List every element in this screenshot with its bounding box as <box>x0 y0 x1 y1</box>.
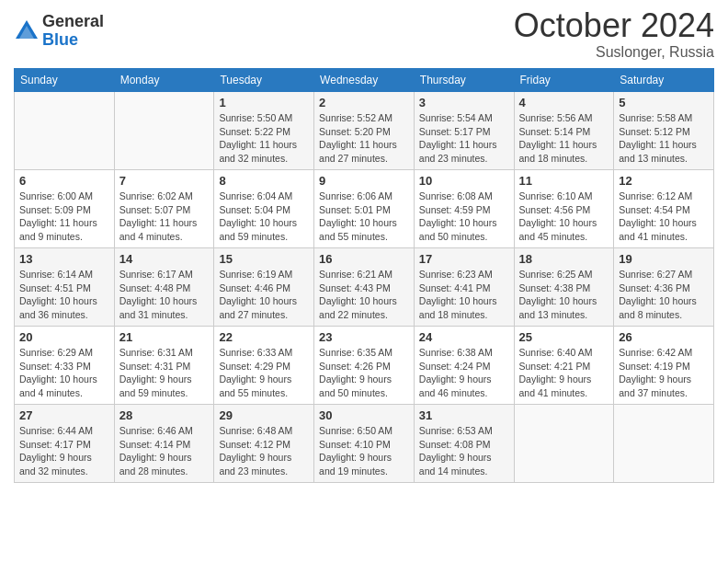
day-number: 26 <box>619 330 709 344</box>
calendar-cell: 10Sunrise: 6:08 AM Sunset: 4:59 PM Dayli… <box>414 170 514 248</box>
calendar-header-row: SundayMondayTuesdayWednesdayThursdayFrid… <box>15 69 714 92</box>
calendar-cell: 27Sunrise: 6:44 AM Sunset: 4:17 PM Dayli… <box>15 405 115 483</box>
header-wednesday: Wednesday <box>314 69 415 92</box>
calendar-cell: 22Sunrise: 6:33 AM Sunset: 4:29 PM Dayli… <box>214 327 314 405</box>
calendar-cell: 11Sunrise: 6:10 AM Sunset: 4:56 PM Dayli… <box>514 170 614 248</box>
day-number: 19 <box>619 252 709 266</box>
calendar-cell: 5Sunrise: 5:58 AM Sunset: 5:12 PM Daylig… <box>614 92 714 170</box>
day-number: 22 <box>219 330 309 344</box>
day-number: 9 <box>319 174 409 188</box>
day-number: 29 <box>219 408 309 422</box>
calendar-cell <box>614 405 714 483</box>
calendar-cell <box>15 92 115 170</box>
day-number: 1 <box>219 96 309 109</box>
location-subtitle: Suslonger, Russia <box>514 44 714 61</box>
calendar-cell: 21Sunrise: 6:31 AM Sunset: 4:31 PM Dayli… <box>114 327 214 405</box>
calendar-cell: 15Sunrise: 6:19 AM Sunset: 4:46 PM Dayli… <box>214 248 314 327</box>
day-number: 16 <box>319 252 409 266</box>
day-number: 21 <box>119 330 210 344</box>
calendar-cell: 12Sunrise: 6:12 AM Sunset: 4:54 PM Dayli… <box>614 170 714 248</box>
header-tuesday: Tuesday <box>214 69 314 92</box>
day-info: Sunrise: 6:42 AM Sunset: 4:19 PM Dayligh… <box>619 346 709 400</box>
day-number: 8 <box>219 174 309 188</box>
day-number: 24 <box>419 330 509 344</box>
calendar-cell <box>514 405 614 483</box>
month-title: October 2024 <box>514 9 714 42</box>
day-info: Sunrise: 6:33 AM Sunset: 4:29 PM Dayligh… <box>219 346 309 400</box>
week-row-2: 6Sunrise: 6:00 AM Sunset: 5:09 PM Daylig… <box>15 170 714 248</box>
day-info: Sunrise: 5:50 AM Sunset: 5:22 PM Dayligh… <box>219 111 309 166</box>
day-info: Sunrise: 6:10 AM Sunset: 4:56 PM Dayligh… <box>519 190 609 244</box>
calendar-cell <box>114 92 214 170</box>
calendar-cell: 19Sunrise: 6:27 AM Sunset: 4:36 PM Dayli… <box>614 248 714 327</box>
day-number: 3 <box>419 96 509 109</box>
week-row-5: 27Sunrise: 6:44 AM Sunset: 4:17 PM Dayli… <box>15 405 714 483</box>
day-info: Sunrise: 6:23 AM Sunset: 4:41 PM Dayligh… <box>419 268 509 322</box>
day-info: Sunrise: 6:12 AM Sunset: 4:54 PM Dayligh… <box>619 190 709 244</box>
day-info: Sunrise: 6:00 AM Sunset: 5:09 PM Dayligh… <box>19 190 109 244</box>
day-number: 14 <box>119 252 210 266</box>
calendar-cell: 1Sunrise: 5:50 AM Sunset: 5:22 PM Daylig… <box>214 92 314 170</box>
calendar-cell: 29Sunrise: 6:48 AM Sunset: 4:12 PM Dayli… <box>214 405 314 483</box>
calendar-cell: 8Sunrise: 6:04 AM Sunset: 5:04 PM Daylig… <box>214 170 314 248</box>
day-info: Sunrise: 6:46 AM Sunset: 4:14 PM Dayligh… <box>119 424 210 478</box>
header-monday: Monday <box>114 69 214 92</box>
day-info: Sunrise: 5:52 AM Sunset: 5:20 PM Dayligh… <box>319 111 409 166</box>
day-info: Sunrise: 5:58 AM Sunset: 5:12 PM Dayligh… <box>619 111 709 166</box>
day-number: 25 <box>519 330 609 344</box>
day-info: Sunrise: 6:17 AM Sunset: 4:48 PM Dayligh… <box>119 268 210 322</box>
day-info: Sunrise: 6:35 AM Sunset: 4:26 PM Dayligh… <box>319 346 409 400</box>
calendar-cell: 20Sunrise: 6:29 AM Sunset: 4:33 PM Dayli… <box>15 327 115 405</box>
calendar-cell: 18Sunrise: 6:25 AM Sunset: 4:38 PM Dayli… <box>514 248 614 327</box>
day-number: 7 <box>119 174 210 188</box>
calendar-cell: 3Sunrise: 5:54 AM Sunset: 5:17 PM Daylig… <box>414 92 514 170</box>
day-number: 10 <box>419 174 509 188</box>
calendar-cell: 2Sunrise: 5:52 AM Sunset: 5:20 PM Daylig… <box>314 92 415 170</box>
title-block: October 2024 Suslonger, Russia <box>514 9 714 61</box>
page-header: General Blue October 2024 Suslonger, Rus… <box>14 9 714 61</box>
day-number: 12 <box>619 174 709 188</box>
day-info: Sunrise: 6:50 AM Sunset: 4:10 PM Dayligh… <box>319 424 409 478</box>
day-number: 4 <box>519 96 609 109</box>
logo: General Blue <box>14 13 104 50</box>
day-info: Sunrise: 6:21 AM Sunset: 4:43 PM Dayligh… <box>319 268 409 322</box>
calendar-cell: 16Sunrise: 6:21 AM Sunset: 4:43 PM Dayli… <box>314 248 415 327</box>
calendar-cell: 31Sunrise: 6:53 AM Sunset: 4:08 PM Dayli… <box>414 405 514 483</box>
logo-general: General <box>42 13 104 31</box>
day-info: Sunrise: 6:53 AM Sunset: 4:08 PM Dayligh… <box>419 424 509 478</box>
day-number: 17 <box>419 252 509 266</box>
calendar-cell: 14Sunrise: 6:17 AM Sunset: 4:48 PM Dayli… <box>114 248 214 327</box>
day-info: Sunrise: 6:04 AM Sunset: 5:04 PM Dayligh… <box>219 190 309 244</box>
day-number: 28 <box>119 408 210 422</box>
calendar-cell: 28Sunrise: 6:46 AM Sunset: 4:14 PM Dayli… <box>114 405 214 483</box>
header-sunday: Sunday <box>15 69 115 92</box>
day-number: 2 <box>319 96 409 109</box>
calendar-table: SundayMondayTuesdayWednesdayThursdayFrid… <box>14 68 714 483</box>
day-number: 5 <box>619 96 709 109</box>
logo-blue: Blue <box>42 31 104 50</box>
day-info: Sunrise: 6:31 AM Sunset: 4:31 PM Dayligh… <box>119 346 210 400</box>
day-number: 18 <box>519 252 609 266</box>
week-row-3: 13Sunrise: 6:14 AM Sunset: 4:51 PM Dayli… <box>15 248 714 327</box>
calendar-cell: 6Sunrise: 6:00 AM Sunset: 5:09 PM Daylig… <box>15 170 115 248</box>
calendar-cell: 17Sunrise: 6:23 AM Sunset: 4:41 PM Dayli… <box>414 248 514 327</box>
calendar-cell: 24Sunrise: 6:38 AM Sunset: 4:24 PM Dayli… <box>414 327 514 405</box>
week-row-4: 20Sunrise: 6:29 AM Sunset: 4:33 PM Dayli… <box>15 327 714 405</box>
calendar-cell: 4Sunrise: 5:56 AM Sunset: 5:14 PM Daylig… <box>514 92 614 170</box>
day-info: Sunrise: 6:27 AM Sunset: 4:36 PM Dayligh… <box>619 268 709 322</box>
calendar-cell: 25Sunrise: 6:40 AM Sunset: 4:21 PM Dayli… <box>514 327 614 405</box>
week-row-1: 1Sunrise: 5:50 AM Sunset: 5:22 PM Daylig… <box>15 92 714 170</box>
day-number: 6 <box>19 174 109 188</box>
calendar-cell: 9Sunrise: 6:06 AM Sunset: 5:01 PM Daylig… <box>314 170 415 248</box>
logo-icon <box>14 18 40 44</box>
day-info: Sunrise: 5:54 AM Sunset: 5:17 PM Dayligh… <box>419 111 509 166</box>
header-friday: Friday <box>514 69 614 92</box>
day-number: 31 <box>419 408 509 422</box>
day-info: Sunrise: 6:29 AM Sunset: 4:33 PM Dayligh… <box>19 346 109 400</box>
day-info: Sunrise: 6:02 AM Sunset: 5:07 PM Dayligh… <box>119 190 210 244</box>
day-info: Sunrise: 6:14 AM Sunset: 4:51 PM Dayligh… <box>19 268 109 322</box>
day-info: Sunrise: 6:19 AM Sunset: 4:46 PM Dayligh… <box>219 268 309 322</box>
day-number: 13 <box>19 252 109 266</box>
day-number: 20 <box>19 330 109 344</box>
day-number: 23 <box>319 330 409 344</box>
